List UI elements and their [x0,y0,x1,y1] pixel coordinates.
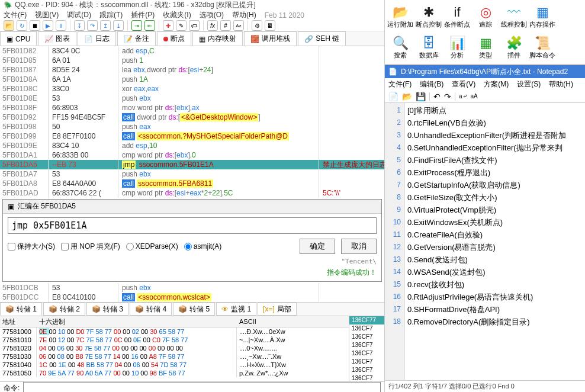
toolbar-插件[interactable]: 🧩插件 [500,32,528,63]
pause-icon[interactable]: ⏸ [56,20,66,31]
np2-line[interactable]: 0.GetStartupInfoA(获取启动信息) [407,179,583,191]
disasm-row[interactable]: 5FB01D99E8 8E7F0100call <ssocommon.?MySH… [0,131,384,141]
menu-file[interactable]: 文件(F) [4,10,27,20]
stepover-icon[interactable]: ↷ [87,20,98,31]
menu-plugins[interactable]: 插件(P) [131,10,155,20]
np2-undo-icon[interactable]: ↶ [433,92,441,101]
toolbar-断点控制[interactable]: ✱断点控制 [414,1,443,32]
np2-menu-settings[interactable]: 设置(S) [517,79,541,89]
np2-new-icon[interactable]: 📄 [388,92,398,101]
np2-line[interactable]: 0.UnhandledExceptionFilter(判断进程是否附加 [407,129,583,142]
toolbar-内存操作[interactable]: ▦内存操作 [528,1,557,32]
hash-icon[interactable]: # [220,20,231,31]
menu-debug[interactable]: 调试(D) [67,10,91,20]
toolbar-搜索[interactable]: 🔍搜索 [386,32,414,63]
np2-line[interactable]: 0.SetUnhandledExceptionFilter(抛出异常来判 [407,142,583,154]
np2-line[interactable]: 0.SHFormatDrive(格盘API) [407,303,583,316]
dump-tab[interactable]: 📦转储 4 [130,303,172,316]
np2-menu-view[interactable]: 查看(V) [452,79,475,89]
runto-icon[interactable]: ⤓ [113,20,124,31]
dump-tab[interactable]: 📦转储 5 [173,303,215,316]
np2-line[interactable]: 0.RtlAdjustPrivilege(易语言快速关机) [407,291,583,303]
calc-icon[interactable]: 🖩 [265,20,275,31]
dump-tab[interactable]: 👁监视 1 [216,303,256,316]
tab-mem[interactable]: ▦内存映射 [192,31,243,46]
tab-seh[interactable]: 🔗SEH 链 [298,31,346,46]
menu-trace[interactable]: 跟踪(T) [99,10,123,20]
np2-line[interactable]: 0.GetFileSize(取文件大小) [407,191,583,204]
asm-input[interactable] [8,217,377,234]
tab-chart[interactable]: 📈图表 [38,31,76,46]
tab-log[interactable]: 📄日志 [78,31,116,46]
disasm-row[interactable]: 5FB01D9E83C4 10add esp,10 [0,141,384,150]
np2-text-area[interactable]: [0]常用断点0.rtcFileLen(VB自效验)0.UnhandledExc… [405,103,585,380]
toolbar-条件断点[interactable]: if条件断点 [443,1,471,32]
np2-wrap-icon[interactable]: a⤶ [459,93,467,99]
menu-view[interactable]: 视图(V) [35,10,59,20]
xed-radio[interactable]: XEDParse(X) [126,242,178,250]
np2-open-icon[interactable]: 📂 [402,92,412,101]
dump-row[interactable]: 775810107E 00 12 00 7C 7E 58 77 0C 00 0E… [0,336,349,344]
disasm-view-2[interactable]: 5FB01DCB53push ebx5FB01DCCE8 0C410100cal… [0,283,384,302]
stack-entry[interactable]: 136CF7 [349,366,384,374]
trace2-icon[interactable]: ⇤ [144,20,155,31]
dump-row[interactable]: 7758105070 9E 5A 77 90 A0 5A 77 00 00 10… [0,369,349,377]
run-icon[interactable]: ▶ [43,20,53,31]
menu-fav[interactable]: 收藏夹(I) [163,10,191,20]
label-icon[interactable]: 🏷 [189,20,200,31]
disasm-row[interactable]: 5FB01D8283C4 0Cadd esp,C [0,46,384,56]
np2-line[interactable]: 0.CreateFileA(自效验) [407,229,583,241]
np2-line[interactable]: 0.VirtualProtect(Vmp脱壳) [407,204,583,216]
stepin-icon[interactable]: ↧ [74,20,85,31]
stack-entry[interactable]: 136CF7 [349,349,384,358]
ok-button[interactable]: 确定 [300,239,335,254]
tab-bp[interactable]: 断点 [157,31,191,46]
tab-notes[interactable]: 📝备注 [117,31,156,46]
disasm-row[interactable]: 5FB01DCB53push ebx [0,283,384,293]
dump-row[interactable]: 7758103006 00 08 00 B8 7E 58 77 14 00 16… [0,352,349,361]
dump-row[interactable]: 775810000E 00 10 00 D0 7F 58 77 00 00 02… [0,327,349,336]
np2-case-icon[interactable]: aA [471,93,478,99]
trace-icon[interactable]: ⇥ [131,20,142,31]
gear-icon[interactable]: ⚙ [252,20,262,31]
disasm-row[interactable]: 5FB01D878D5E 24lea ebx,dword ptr ds:[esi… [0,65,384,75]
np2-menu-file[interactable]: 文件(F) [388,79,412,89]
np2-line[interactable]: [0]常用断点 [407,104,583,117]
az-icon[interactable]: Az [233,20,244,31]
asmjit-radio[interactable]: asmjit(A) [184,242,221,250]
cancel-button[interactable]: 取消 [341,239,377,254]
stack-entry[interactable]: 136CF7 [349,333,384,341]
np2-line[interactable]: 0.rtcFileLen(VB自效验) [407,117,583,129]
stepout-icon[interactable]: ↥ [100,20,111,31]
np2-menu-help[interactable]: 帮助(H) [549,79,573,89]
disasm-view[interactable]: 5FB01D8283C4 0Cadd esp,C5FB01D856A 01pus… [0,46,384,198]
dump-tab[interactable]: 📦转储 3 [86,303,128,316]
toolbar-追踪[interactable]: ◎追踪 [471,1,500,32]
np2-line[interactable]: 0.Send(发送封包) [407,253,583,266]
disasm-row[interactable]: 5FB01DA166:833B 00cmp word ptr ds:[ebx],… [0,150,384,160]
menu-options[interactable]: 选项(O) [200,10,224,20]
disasm-row[interactable]: 5FB01D8C33C0xor eax,eax [0,84,384,94]
disasm-row[interactable]: 5FB01DCCE8 0C410100call <ssocommon.wcslc… [0,293,384,302]
dump-tab[interactable]: [x=]局部 [258,303,297,316]
dump-view[interactable]: 地址 十六进制 ASCII 775810000E 00 10 00 D0 7F … [0,316,349,381]
toolbar-分析[interactable]: 📊分析 [443,32,471,63]
tab-callstack[interactable]: 🧱调用堆栈 [244,31,297,46]
disasm-row[interactable]: 5FB01DAD66:837C46 22 (cmp word ptr ds:[e… [0,188,384,198]
stop-icon[interactable]: ⏹ [30,20,40,31]
stack-mini[interactable]: 136CF77136CF7136CF7136CF7136CF7136CF7136… [349,316,384,381]
np2-line[interactable]: 0.recv(接收封包) [407,278,583,291]
np2-line[interactable]: 0.WSASend(发送封包) [407,266,583,278]
np2-line[interactable]: 0.ExitProcess(程序退出) [407,166,583,179]
stack-entry[interactable]: 136CF7 [349,341,384,349]
comment-icon[interactable]: ✎ [176,20,187,31]
toolbar-类型[interactable]: ▦类型 [471,32,500,63]
dump-tab[interactable]: 📦转储 2 [43,303,85,316]
np2-redo-icon[interactable]: ↷ [444,92,451,101]
patch-icon[interactable]: ✚ [163,20,173,31]
tab-cpu[interactable]: ▣CPU [0,31,37,46]
stack-entry[interactable]: 136CF7 [349,324,384,333]
open-icon[interactable]: 📂 [4,20,14,31]
disasm-row[interactable]: 5FB01DA753push ebx [0,169,384,179]
dump-row[interactable]: 775810401C 00 1E 00 48 BB 58 77 04 00 06… [0,361,349,369]
